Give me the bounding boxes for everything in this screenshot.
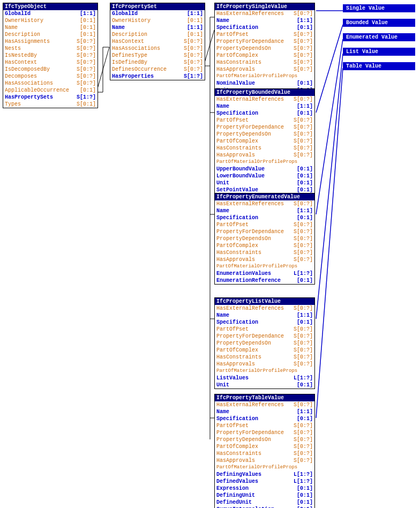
field-bv-specification: Specification[0:1] (215, 110, 314, 117)
ifc-property-single-value-header: IfcPropertySingleValue (215, 3, 314, 10)
field-sv-hasconstraints: HasConstraintsS[0:?] (215, 59, 314, 66)
ifc-type-object-header: IfcTypeObject (3, 3, 98, 10)
field-hascontext: HasContextS[0:?] (3, 59, 98, 66)
field-sv-specification: Specification[0:1] (215, 24, 314, 31)
field-lv-hasexternalrefs: HasExternalReferencesS[0:?] (215, 305, 314, 312)
field-bv-partofpset: PartOfPsetS[0:?] (215, 117, 314, 124)
field-tv-hasapprovals: HasApprovalsS[0:?] (215, 457, 314, 464)
field-ps-globalid: GlobalId[1:1] (110, 10, 205, 17)
svg-line-1 (204, 30, 214, 66)
ifc-property-enumerated-value-body: HasExternalReferencesS[0:?] Name[1:1] Sp… (215, 200, 314, 284)
field-lv-propertydependson: PropertyDependsOnS[0:?] (215, 340, 314, 347)
field-tv-hasexternalrefs: HasExternalReferencesS[0:?] (215, 401, 314, 408)
field-sv-hasapprovals: HasApprovalsS[0:?] (215, 66, 314, 73)
ifc-property-bounded-value-body: HasExternalReferencesS[0:?] Name[1:1] Sp… (215, 96, 314, 193)
field-globalid: GlobalId[1:1] (3, 10, 98, 17)
field-bv-upperboundvalue: UpperBoundValue[0:1] (215, 166, 314, 173)
field-bv-propertydependson: PropertyDependsOnS[0:?] (215, 131, 314, 138)
field-ps-hasassociations: HasAssociationsS[0:?] (110, 45, 205, 52)
field-tv-hasconstraints: HasConstraintsS[0:?] (215, 450, 314, 457)
ifc-property-set-box: IfcPropertySet GlobalId[1:1] OwnerHistor… (110, 3, 205, 80)
field-tv-partofmaterial: PartOfMaterialOrProfileProps (215, 464, 314, 471)
ifc-property-single-value-body: HasExternalReferencesS[0:?] Name[1:1] Sp… (215, 10, 314, 94)
field-sv-hasexternalrefs: HasExternalReferencesS[0:?] (215, 10, 314, 17)
ifc-property-table-value-box: IfcPropertyTableValue HasExternalReferen… (214, 394, 315, 508)
field-lv-partofcomplex: PartOfComplexS[0:?] (215, 347, 314, 354)
field-bv-partofcomplex: PartOfComplexS[0:?] (215, 138, 314, 145)
svg-line-4 (316, 39, 343, 214)
ifc-property-list-value-body: HasExternalReferencesS[0:?] Name[1:1] Sp… (215, 305, 314, 389)
field-ownerhistory: OwnerHistory[0:1] (3, 17, 98, 24)
field-nests: NestsS[0:?] (3, 45, 98, 52)
field-lv-specification: Specification[0:1] (215, 319, 314, 326)
ifc-property-list-value-header: IfcPropertyListValue (215, 298, 314, 305)
field-ev-partofpset: PartOfPsetS[0:?] (215, 221, 314, 228)
field-decomposes: DecomposesS[0:?] (3, 73, 98, 80)
field-ps-description: Description[0:1] (110, 31, 205, 38)
legend-single-value: Single Value (343, 4, 415, 12)
svg-line-0 (96, 47, 109, 92)
field-ev-propertyfordependance: PropertyForDependanceS[0:?] (215, 228, 314, 235)
field-lv-listvalues: ListValuesL[1:?] (215, 375, 314, 382)
field-name: Name[0:1] (3, 24, 98, 31)
field-tv-partofcomplex: PartOfComplexS[0:?] (215, 443, 314, 450)
field-ev-partofcomplex: PartOfComplexS[0:?] (215, 242, 314, 249)
field-sv-partofpset: PartOfPsetS[0:?] (215, 31, 314, 38)
field-ev-partofmaterial: PartOfMaterialOrProfileProps (215, 263, 314, 270)
field-isnestedby: IsNestedByS[0:?] (3, 52, 98, 59)
field-description: Description[0:1] (3, 31, 98, 38)
field-lv-partofpset: PartOfPsetS[0:?] (215, 326, 314, 333)
svg-line-6 (316, 68, 343, 418)
svg-line-5 (316, 54, 343, 319)
field-lv-hasapprovals: HasApprovalsS[0:?] (215, 361, 314, 368)
ifc-property-enumerated-value-header: IfcPropertyEnumeratedValue (215, 193, 314, 200)
field-ev-hasconstraints: HasConstraintsS[0:?] (215, 249, 314, 256)
field-sv-propertyfordependance: PropertyForDependanceS[0:?] (215, 38, 314, 45)
ifc-type-object-box: IfcTypeObject GlobalId[1:1] OwnerHistory… (3, 3, 98, 108)
field-ps-name: Name[1:1] (110, 24, 205, 31)
field-tv-propertydependson: PropertyDependsOnS[0:?] (215, 436, 314, 443)
field-tv-specification: Specification[0:1] (215, 415, 314, 422)
field-bv-lowerboundvalue: LowerBoundValue[0:1] (215, 173, 314, 180)
field-lv-name: Name[1:1] (215, 312, 314, 319)
legend-bounded-value: Bounded Value (343, 19, 415, 27)
field-bv-propertyfordependance: PropertyForDependanceS[0:?] (215, 124, 314, 131)
field-ps-definestype: DefinesTypeS[0:?] (110, 52, 205, 59)
field-ev-enumerationvalues: EnumerationValuesL[1:?] (215, 270, 314, 277)
field-ps-definesoccurrence: DefinesOccurrenceS[0:?] (110, 66, 205, 73)
field-sv-partofmaterial: PartOfMaterialOrProfileProps (215, 73, 314, 80)
field-ev-propertydependson: PropertyDependsOnS[0:?] (215, 235, 314, 242)
field-sv-propertydependson: PropertyDependsOnS[0:?] (215, 45, 314, 52)
diagram-container: IfcTypeObject GlobalId[1:1] OwnerHistory… (0, 0, 420, 508)
field-ps-isdefinedby: IsDefinedByS[0:?] (110, 59, 205, 66)
field-bv-hasapprovals: HasApprovalsS[0:?] (215, 152, 314, 159)
field-bv-hasconstraints: HasConstraintsS[0:?] (215, 145, 314, 152)
field-tv-curveinterpolation: CurveInterpolation[0:1] (215, 506, 314, 508)
field-hasassociations: HasAssociationsS[0:?] (3, 80, 98, 87)
field-ps-hascontext: HasContextS[0:?] (110, 38, 205, 45)
field-bv-name: Name[1:1] (215, 103, 314, 110)
field-types: TypesS[0:1] (3, 101, 98, 108)
field-ps-hasproperties: HasPropertiesS[1:?] (110, 73, 205, 80)
field-bv-hasexternalrefs: HasExternalReferencesS[0:?] (215, 96, 314, 103)
field-ev-hasexternalrefs: HasExternalReferencesS[0:?] (215, 200, 314, 207)
field-ps-ownerhistory: OwnerHistory[0:1] (110, 17, 205, 24)
field-applicableoccurrence: ApplicableOccurrence[0:1] (3, 87, 98, 94)
field-haspropertyset: HasPropertySetsS[1:?] (3, 94, 98, 101)
ifc-property-bounded-value-box: IfcPropertyBoundedValue HasExternalRefer… (214, 88, 315, 194)
field-tv-definedvalues: DefinedValuesL[1:?] (215, 478, 314, 485)
field-tv-definedunit: DefinedUnit[0:1] (215, 499, 314, 506)
field-sv-partofcomplex: PartOfComplexS[0:?] (215, 52, 314, 59)
ifc-property-table-value-body: HasExternalReferencesS[0:?] Name[1:1] Sp… (215, 401, 314, 508)
field-lv-propertyfordependance: PropertyForDependanceS[0:?] (215, 333, 314, 340)
field-tv-propertyfordependance: PropertyForDependanceS[0:?] (215, 429, 314, 436)
field-sv-name: Name[1:1] (215, 17, 314, 24)
ifc-property-single-value-box: IfcPropertySingleValue HasExternalRefere… (214, 3, 315, 94)
field-sv-nominalvalue: NominalValue[0:1] (215, 80, 314, 87)
ifc-type-object-body: GlobalId[1:1] OwnerHistory[0:1] Name[0:1… (3, 10, 98, 108)
legend-enumerated-value: Enumerated Value (343, 33, 415, 41)
svg-line-3 (316, 25, 343, 113)
field-ev-enumerationreference: EnumerationReference[0:1] (215, 277, 314, 284)
field-bv-partofmaterial: PartOfMaterialOrProfileProps (215, 159, 314, 166)
legend-table-value: Table Value (343, 62, 415, 70)
